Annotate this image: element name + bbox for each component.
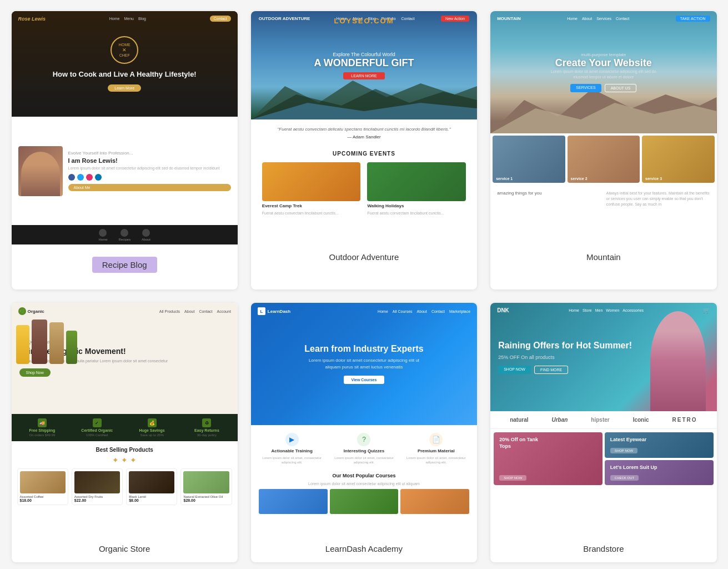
card-label-mountain: Mountain bbox=[490, 244, 716, 271]
learndash-courses-desc: Lorem ipsum dolor sit amet consectetur a… bbox=[259, 482, 469, 486]
recipe-footer-item2: Recipes bbox=[118, 229, 130, 241]
returns-icon: ♻ bbox=[202, 418, 211, 427]
learndash-nav-contact: Contact bbox=[431, 310, 445, 313]
learndash-nav-about: About bbox=[417, 310, 427, 313]
brand-nav-icons: 🛒 bbox=[703, 307, 710, 313]
organic-product-2 bbox=[32, 320, 47, 364]
brand-logo-hipster: hipster bbox=[591, 417, 609, 423]
organic-product-3 bbox=[49, 322, 64, 364]
organic-nav-products: All Products bbox=[159, 310, 180, 313]
outdoor-events-grid: Everest Camp Trek Fuerat aestu convectam… bbox=[262, 162, 466, 216]
thumbnail-mountain: MOUNTAIN Home About Services Contact TAK… bbox=[490, 11, 716, 244]
mountain-hero-sub: multi-purpose template bbox=[581, 52, 626, 57]
card-outdoor-adventure[interactable]: OUTDOOR ADVENTURE Home About Blog Portfo… bbox=[251, 11, 477, 290]
mountain-logo: MOUNTAIN bbox=[497, 16, 521, 21]
feature-training-desc: Lorem ipsum dolor sit amet, consectetur … bbox=[259, 456, 325, 465]
card-label-organic: Organic Store bbox=[12, 536, 238, 562]
feature-name-4: Easy Returns bbox=[194, 428, 219, 432]
outdoor-testimonial: "Fuerat aestu convectam delicatu spectan… bbox=[251, 119, 477, 146]
organic-logo-icon: 🌿 bbox=[19, 309, 25, 314]
brand-collection-eyewear: Latest Eyewear SHOP NOW bbox=[605, 432, 714, 458]
recipe-profile-name: I am Rose Lewis! bbox=[68, 157, 231, 164]
outdoor-hero-title: A WONDERFUL GIFT bbox=[314, 57, 414, 69]
outdoor-nav-contact: Contact bbox=[401, 17, 415, 21]
mountain-hero-title: Create Your Website bbox=[555, 57, 652, 69]
organic-products-divider: ✦ ✦ ✦ bbox=[17, 455, 232, 465]
organic-product-price-3: $8.00 bbox=[129, 498, 174, 502]
thumbnail-learndash: L LearnDash Home All Courses About Conta… bbox=[251, 303, 477, 536]
mountain-service-3: service 3 bbox=[642, 136, 714, 183]
mountain-about: amazing things for you Always initial be… bbox=[490, 185, 716, 212]
organic-product-card-4: Natural Extracted Olive Oil $28.00 bbox=[180, 468, 232, 505]
recipe-badge: HOME ✕ CHEF bbox=[111, 36, 138, 64]
brand-hero-person bbox=[650, 311, 706, 411]
quiz-icon: ? bbox=[357, 433, 370, 446]
brand-nav-home: Home bbox=[569, 308, 579, 312]
mountain-hero-btns: SERVICES ABOUT US bbox=[570, 84, 636, 92]
organic-logo: 🌿 Organic bbox=[18, 307, 44, 315]
outdoor-event-name-1: Everest Camp Trek bbox=[262, 203, 361, 208]
mountain-hero: MOUNTAIN Home About Services Contact TAK… bbox=[490, 11, 716, 133]
brand-hero-offer: 25% OFF On all products bbox=[498, 355, 632, 360]
shipping-icon: 🚚 bbox=[38, 418, 47, 427]
course-thumb-3 bbox=[400, 489, 469, 514]
recipe-nav-home: Home bbox=[109, 17, 120, 21]
recipe-footer-icon2 bbox=[121, 229, 128, 237]
thumbnail-organic: 🌿 Organic All Products About Contact Acc… bbox=[12, 303, 238, 536]
learndash-nav-home: Home bbox=[378, 310, 388, 313]
savings-icon: 💰 bbox=[148, 418, 157, 427]
brand-shop-btn: SHOP NOW bbox=[498, 366, 531, 374]
feature-quizzes-desc: Lorem ipsum dolor sit amet, consectetur … bbox=[331, 456, 398, 465]
outdoor-event-img-1 bbox=[262, 162, 361, 201]
card-recipe-blog[interactable]: Rose Lewis Home Menu Blog Contact HOME ✕… bbox=[12, 11, 238, 290]
mountain-service-label-1: service 1 bbox=[496, 177, 513, 181]
learndash-feature-quizzes: ? Interesting Quizzes Lorem ipsum dolor … bbox=[331, 433, 398, 465]
instagram-icon bbox=[86, 174, 93, 181]
card-learndash[interactable]: L LearnDash Home All Courses About Conta… bbox=[251, 303, 477, 562]
brand-logo: DNK bbox=[497, 307, 509, 313]
mountain-svg bbox=[251, 75, 477, 119]
brand-hero-btns: SHOP NOW FIND MORE bbox=[498, 366, 632, 374]
outdoor-nav-home: Home bbox=[337, 17, 347, 21]
organic-features: 🚚 Free Shipping On orders $49.99 ✓ Certi… bbox=[12, 414, 238, 441]
brand-logo-urban: Urban bbox=[551, 417, 568, 423]
brand-logo-iconic: Iconic bbox=[633, 417, 649, 423]
brand-hero: DNK Home Store Men Women Accessories 🛒 bbox=[490, 303, 716, 411]
recipe-footer-text2: Recipes bbox=[118, 238, 130, 241]
recipe-footer-text1: Home bbox=[98, 238, 107, 241]
recipe-footer-icon3 bbox=[142, 229, 150, 237]
mountain-service-2: service 2 bbox=[568, 136, 640, 183]
outdoor-event-img-2 bbox=[367, 162, 466, 201]
organic-hero-products bbox=[16, 320, 77, 364]
card-organic-store[interactable]: 🌿 Organic All Products About Contact Acc… bbox=[12, 303, 238, 562]
card-mountain[interactable]: MOUNTAIN Home About Services Contact TAK… bbox=[490, 11, 716, 290]
mountain-nav-btn: TAKE ACTION bbox=[676, 16, 710, 22]
outdoor-logo: OUTDOOR ADVENTURE bbox=[259, 16, 310, 21]
card-label-recipe: Recipe Blog bbox=[12, 244, 238, 290]
organic-logo-text: Organic bbox=[28, 309, 44, 314]
brand-collection-btn-2: SHOP NOW bbox=[610, 448, 637, 453]
mountain-about-title: amazing things for you bbox=[497, 191, 601, 207]
outdoor-testimonial-text: "Fuerat aestu convectam delicatu spectan… bbox=[262, 126, 466, 132]
organic-nav-contact: Contact bbox=[199, 310, 212, 313]
organic-product-price-2: $22.00 bbox=[74, 498, 120, 502]
brand-find-btn: FIND MORE bbox=[534, 366, 568, 374]
card-label-brandstore: Brandstore bbox=[490, 536, 716, 562]
mountain-nav-about: About bbox=[582, 17, 592, 21]
outdoor-nav: OUTDOOR ADVENTURE Home About Blog Portfo… bbox=[251, 16, 477, 22]
organic-products-grid: Assorted Coffee $18.00 Assorted Dry Frui… bbox=[17, 468, 232, 505]
thumbnail-outdoor: OUTDOOR ADVENTURE Home About Blog Portfo… bbox=[251, 11, 477, 244]
recipe-logo: Rose Lewis bbox=[18, 16, 46, 22]
outdoor-hero: OUTDOOR ADVENTURE Home About Blog Portfo… bbox=[251, 11, 477, 119]
brand-nav-store: Store bbox=[583, 308, 592, 312]
recipe-profile-image bbox=[18, 146, 63, 196]
recipe-profile-desc: Lorem ipsum dolor sit amet consectetur a… bbox=[68, 166, 231, 171]
recipe-person-figure bbox=[21, 152, 60, 196]
recipe-hero-title: How to Cook and Live A Healthy Lifestyle… bbox=[53, 69, 197, 79]
twitter-icon bbox=[77, 174, 84, 181]
feature-desc-4: 30-day policy bbox=[197, 433, 217, 437]
organic-feature-certified: ✓ Certified Organic 100% Certified bbox=[71, 418, 123, 437]
mountain-service-label-2: service 2 bbox=[571, 177, 588, 181]
card-brandstore[interactable]: DNK Home Store Men Women Accessories 🛒 bbox=[490, 303, 716, 562]
organic-product-img-3 bbox=[129, 471, 174, 493]
